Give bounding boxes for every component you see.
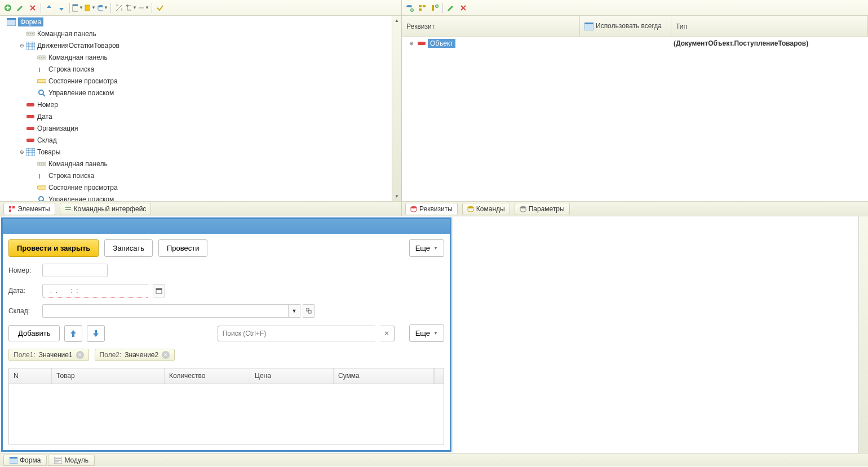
filter-chip-1[interactable]: Поле1: Значение1 ✕ — [8, 349, 89, 361]
tree-item[interactable]: ⊖ДвиженияОстаткиТоваров — [0, 39, 401, 51]
tree-item[interactable]: Управление поиском — [0, 193, 401, 201]
form-icon[interactable]: ▼ — [72, 2, 83, 14]
attr-row-object[interactable]: ⊕ Объект (ДокументОбъект.ПоступлениеТова… — [402, 37, 868, 50]
tree-scrollbar[interactable]: ▲ ▼ — [392, 16, 401, 201]
date-label: Дата: — [8, 287, 38, 295]
save-button[interactable]: Записать — [104, 239, 153, 257]
search-mgr-icon — [37, 195, 46, 202]
link2-icon[interactable]: ▼ — [126, 2, 137, 14]
table-search-input[interactable] — [218, 326, 375, 341]
add-attr-icon[interactable] — [404, 2, 415, 14]
tab-module[interactable]: Модуль — [48, 455, 95, 466]
col-sum[interactable]: Сумма — [334, 368, 434, 384]
col-product[interactable]: Товар — [52, 368, 165, 384]
attr-col-requisite[interactable]: Реквизит — [402, 16, 580, 37]
window-icon[interactable]: ▼ — [85, 2, 96, 14]
row-up-button[interactable] — [64, 325, 82, 342]
tab-elements[interactable]: Элементы — [3, 203, 55, 215]
date-field[interactable] — [42, 284, 148, 297]
collapse-icon[interactable]: ⊖ — [18, 148, 26, 156]
svg-rect-30 — [39, 174, 40, 179]
tree-item[interactable]: Дата — [0, 110, 401, 122]
svg-rect-25 — [26, 148, 35, 156]
post-close-button[interactable]: Провести и закрыть — [8, 239, 99, 257]
delete-attr-icon[interactable] — [458, 2, 469, 14]
tab-cmd-interface[interactable]: Командный интерфейс — [60, 203, 152, 215]
view-icon — [37, 183, 46, 192]
caret-down-icon: ▼ — [433, 331, 438, 336]
params-icon — [520, 206, 526, 212]
svg-rect-36 — [65, 207, 71, 208]
collapse-icon[interactable]: ⊖ — [18, 42, 26, 50]
svg-rect-3 — [85, 5, 90, 11]
field-icon — [26, 112, 35, 121]
panel-icon — [26, 29, 35, 38]
number-field[interactable] — [42, 264, 108, 277]
tree-item[interactable]: Командная панель — [0, 28, 401, 39]
svg-rect-19 — [37, 79, 46, 83]
table-more-button[interactable]: Еще▼ — [409, 324, 444, 342]
tree-item[interactable]: Склад — [0, 134, 401, 146]
delete-icon[interactable] — [27, 2, 38, 14]
svg-rect-41 — [423, 5, 426, 7]
svg-rect-18 — [39, 68, 40, 72]
tree-item[interactable]: Строка поиска — [0, 63, 401, 75]
right-panel-tabs: Реквизиты Команды Параметры — [402, 201, 868, 216]
tree-root-form[interactable]: Форма — [0, 16, 401, 28]
tab-params[interactable]: Параметры — [515, 203, 570, 215]
move-up-icon[interactable] — [43, 2, 55, 14]
check-icon[interactable] — [154, 2, 166, 14]
right-scrollbar[interactable] — [858, 216, 868, 453]
fields-icon[interactable] — [417, 2, 428, 14]
svg-point-38 — [406, 5, 412, 7]
search-clear-icon[interactable]: ✕ — [380, 326, 395, 341]
empty-right-panel — [453, 216, 868, 453]
edit-attr-icon[interactable] — [445, 2, 457, 14]
filter-chip-2[interactable]: Поле2: Значение2 ✕ — [95, 349, 175, 361]
form-preview: Провести и закрыть Записать Провести Еще… — [1, 217, 451, 452]
tree-item[interactable]: Строка поиска — [0, 170, 401, 181]
add-icon[interactable] — [2, 2, 14, 14]
tree-item[interactable]: Состояние просмотра — [0, 181, 401, 193]
calendar-icon[interactable] — [153, 284, 165, 297]
chip-close-icon[interactable]: ✕ — [76, 351, 84, 359]
dropdown-icon[interactable]: ▼ — [288, 304, 300, 318]
tree-item[interactable]: Командная панель — [0, 158, 401, 170]
table-body[interactable] — [9, 384, 444, 444]
tab-commands[interactable]: Команды — [462, 203, 510, 215]
tree-item[interactable]: Организация — [0, 122, 401, 134]
chip-close-icon[interactable]: ✕ — [162, 351, 170, 359]
table-scrollbar[interactable] — [434, 368, 444, 384]
tab-requisites[interactable]: Реквизиты — [405, 203, 458, 215]
add-col-icon[interactable] — [429, 2, 440, 14]
warehouse-field[interactable] — [42, 304, 288, 318]
tree-item[interactable]: ⊖Товары — [0, 146, 401, 158]
move-down-icon[interactable] — [56, 2, 67, 14]
expand-plus-icon[interactable]: ⊕ — [408, 39, 415, 47]
link1-icon[interactable] — [113, 2, 125, 14]
col-price[interactable]: Цена — [250, 368, 334, 384]
col-n[interactable]: N — [9, 368, 52, 384]
post-button[interactable]: Провести — [158, 239, 208, 257]
tree-item[interactable]: Управление поиском — [0, 87, 401, 99]
form-tree: Форма Командная панель⊖ДвиженияОстаткиТо… — [0, 16, 401, 201]
tree-item[interactable]: Состояние просмотра — [0, 75, 401, 87]
link3-icon[interactable]: ▼ — [138, 2, 149, 14]
left-panel-tabs: Элементы Командный интерфейс — [0, 201, 401, 216]
col-qty[interactable]: Количество — [165, 368, 250, 384]
svg-rect-22 — [26, 115, 34, 118]
tree-item[interactable]: Командная панель — [0, 51, 401, 63]
add-row-button[interactable]: Добавить — [8, 325, 60, 341]
db-icon[interactable]: ▼ — [97, 2, 108, 14]
edit-icon[interactable] — [15, 2, 26, 14]
tab-form[interactable]: Форма — [3, 455, 47, 466]
svg-rect-13 — [26, 42, 35, 50]
attr-col-use-always[interactable]: Использовать всегда — [580, 16, 671, 37]
attr-col-type[interactable]: Тип — [671, 16, 868, 37]
open-icon[interactable] — [303, 304, 315, 318]
svg-point-50 — [520, 206, 526, 208]
row-down-button[interactable] — [87, 325, 105, 342]
tree-item[interactable]: Номер — [0, 99, 401, 110]
more-button[interactable]: Еще▼ — [409, 239, 444, 257]
svg-rect-52 — [156, 288, 162, 290]
